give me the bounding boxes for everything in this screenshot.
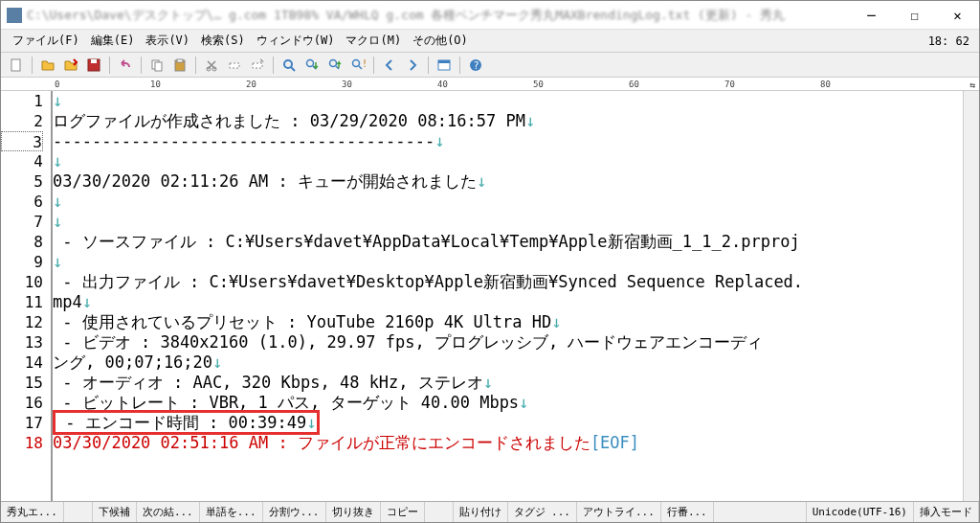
text-line[interactable]: 03/30/2020 02:51:16 AM : ファイルが正常にエンコードされ… xyxy=(53,433,963,453)
status-shimo[interactable]: 下候補 xyxy=(93,502,137,522)
line-number-gutter[interactable]: 123456789101112131415161718 xyxy=(1,91,53,501)
menu-window[interactable]: ウィンドウ(W) xyxy=(251,30,341,52)
minimize-button[interactable]: ─ xyxy=(850,2,893,29)
svg-rect-6 xyxy=(177,59,183,62)
line-number[interactable]: 10 xyxy=(1,272,43,292)
menu-other[interactable]: その他(O) xyxy=(407,30,474,52)
open-file-icon[interactable] xyxy=(38,56,57,75)
status-gyoban[interactable]: 行番... xyxy=(661,502,714,522)
find-icon[interactable] xyxy=(279,56,299,75)
status-kirinuki[interactable]: 切り抜き xyxy=(326,502,381,522)
save-icon[interactable] xyxy=(84,56,103,75)
line-number[interactable]: 1 xyxy=(1,91,43,111)
text-line[interactable]: ング, 00;07;16;20↓ xyxy=(53,352,963,373)
status-tag[interactable]: タグジ ... xyxy=(508,502,578,522)
back-icon[interactable] xyxy=(380,56,399,75)
window-icon[interactable] xyxy=(434,56,454,75)
ruler: ⇆ 01020304050607080 xyxy=(1,78,979,91)
new-file-icon[interactable] xyxy=(7,56,26,75)
newline-marker: ↓ xyxy=(53,212,62,231)
text-line[interactable]: - エンコード時間 : 00:39:49↓ xyxy=(53,413,963,433)
svg-point-11 xyxy=(284,60,292,68)
close-button[interactable]: ✕ xyxy=(936,2,979,29)
line-number[interactable]: 4 xyxy=(1,151,43,171)
text-line[interactable]: 03/30/2020 02:11:26 AM : キューが開始されました↓ xyxy=(53,171,963,192)
menu-macro[interactable]: マクロ(M) xyxy=(340,30,407,52)
app-icon xyxy=(7,8,22,23)
text-line[interactable]: ↓ xyxy=(53,151,963,171)
line-number[interactable]: 5 xyxy=(1,171,43,192)
line-number[interactable]: 11 xyxy=(1,292,43,312)
forward-icon[interactable] xyxy=(403,56,422,75)
status-encoding[interactable]: Unicode(UTF-16) xyxy=(807,502,914,522)
text-line[interactable]: - 出力ファイル : C:¥Users¥davet¥Desktop¥Apple新… xyxy=(53,272,963,292)
menu-view[interactable]: 表示(V) xyxy=(140,30,195,52)
ruler-tick: 80 xyxy=(820,80,831,89)
line-number[interactable]: 13 xyxy=(1,332,43,352)
line-number[interactable]: 3 xyxy=(1,131,43,151)
menu-search[interactable]: 検索(S) xyxy=(195,30,251,52)
text-line[interactable]: ↓ xyxy=(53,212,963,232)
line-number[interactable]: 6 xyxy=(1,192,43,212)
status-paste[interactable]: 貼り付け xyxy=(454,502,508,522)
status-mode[interactable]: 挿入モード xyxy=(914,502,979,522)
newline-marker: ↓ xyxy=(82,292,92,311)
newline-marker: ↓ xyxy=(483,373,493,392)
status-tsugi[interactable]: 次の結... xyxy=(137,502,200,522)
status-outline[interactable]: アウトライ... xyxy=(577,502,661,522)
svg-point-12 xyxy=(307,59,314,66)
menu-edit[interactable]: 編集(E) xyxy=(85,30,141,52)
text-line[interactable]: ログファイルが作成されました : 03/29/2020 08:16:57 PM↓ xyxy=(53,111,963,131)
line-number[interactable]: 15 xyxy=(1,373,43,393)
text-line[interactable]: ↓ xyxy=(53,252,963,272)
text-line[interactable]: ↓ xyxy=(53,91,963,111)
newline-marker: ↓ xyxy=(53,252,62,271)
ruler-tick: 40 xyxy=(437,80,448,89)
status-bunkatsu[interactable]: 分割ウ... xyxy=(263,502,326,522)
text-line[interactable]: ---------------------------------------↓ xyxy=(53,131,963,151)
cut-icon[interactable] xyxy=(202,56,221,75)
line-number[interactable]: 9 xyxy=(1,252,43,272)
line-number[interactable]: 16 xyxy=(1,393,43,413)
text-line[interactable]: ↓ xyxy=(53,192,963,212)
eof-marker: [EOF] xyxy=(590,433,639,452)
status-tango[interactable]: 単語を... xyxy=(200,502,263,522)
titlebar: C:\Users\Dave\デスクトップ\… g.com 1TB98% VA/W… xyxy=(1,1,979,30)
text-line[interactable]: - 使用されているプリセット : YouTube 2160p 4K Ultra … xyxy=(53,312,963,332)
line-number[interactable]: 8 xyxy=(1,232,43,252)
paste-icon[interactable] xyxy=(170,56,189,75)
clock: 18: 62 xyxy=(928,34,979,48)
text-line[interactable]: - ソースファイル : C:¥Users¥davet¥AppData¥Local… xyxy=(53,232,963,252)
status-hidemaru[interactable]: 秀丸エ... xyxy=(1,502,64,522)
line-number[interactable]: 2 xyxy=(1,111,43,131)
status-copy[interactable]: コピー xyxy=(381,502,425,522)
ruler-tick: 50 xyxy=(533,80,544,89)
line-number[interactable]: 7 xyxy=(1,212,43,232)
help-icon[interactable]: ? xyxy=(466,56,485,75)
delete2-icon[interactable] xyxy=(248,56,267,75)
menu-file[interactable]: ファイル(F) xyxy=(7,30,85,52)
svg-rect-0 xyxy=(11,59,20,71)
line-number[interactable]: 17 xyxy=(1,413,43,433)
text-line[interactable]: - オーディオ : AAC, 320 Kbps, 48 kHz, ステレオ↓ xyxy=(53,373,963,393)
undo-icon[interactable] xyxy=(116,56,135,75)
ruler-arrows-icon[interactable]: ⇆ xyxy=(969,80,975,90)
vertical-scrollbar[interactable] xyxy=(963,91,979,501)
find-down-icon[interactable] xyxy=(302,56,322,75)
text-line[interactable]: mp4↓ xyxy=(53,292,963,312)
copy-icon[interactable] xyxy=(147,56,167,75)
open-next-icon[interactable] xyxy=(61,56,80,75)
text-content[interactable]: ↓ログファイルが作成されました : 03/29/2020 08:16:57 PM… xyxy=(53,91,963,501)
find-up-icon[interactable] xyxy=(325,56,345,75)
svg-point-13 xyxy=(330,59,337,66)
maximize-button[interactable]: ☐ xyxy=(893,2,936,29)
line-number[interactable]: 18 xyxy=(1,433,43,453)
newline-marker: ↓ xyxy=(212,352,222,372)
newline-marker: ↓ xyxy=(53,192,62,211)
line-number[interactable]: 12 xyxy=(1,312,43,332)
newline-marker: ↓ xyxy=(53,151,62,171)
line-number[interactable]: 14 xyxy=(1,352,43,373)
text-line[interactable]: - ビデオ : 3840x2160 (1.0), 29.97 fps, プログレ… xyxy=(53,332,963,352)
find-excl-icon[interactable]: ! xyxy=(348,56,368,75)
delete-icon[interactable] xyxy=(225,56,244,75)
